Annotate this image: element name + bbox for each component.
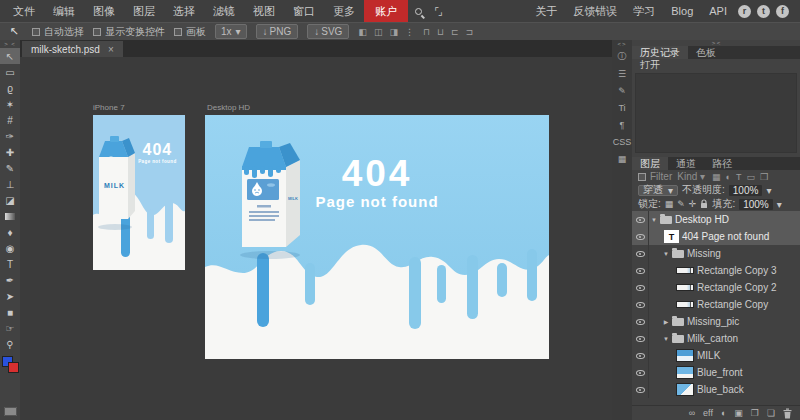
chevron-down-icon[interactable]: ▾ [766, 185, 771, 196]
group-caret-icon[interactable]: ▼ [649, 217, 659, 223]
menu-image[interactable]: 图像 [84, 0, 124, 22]
tool-gradient[interactable] [0, 208, 20, 224]
history-entry-open[interactable]: 打开 [632, 59, 800, 71]
align-bottom-icon[interactable]: ⊔ [437, 27, 444, 37]
layer-row-404-text[interactable]: T 404 Page not found [632, 228, 800, 245]
background-color-swatch[interactable] [8, 362, 19, 373]
tab-paths[interactable]: 路径 [704, 157, 740, 170]
menu-edit[interactable]: 编辑 [44, 0, 84, 22]
layer-mask-icon[interactable]: ▣ [734, 408, 743, 418]
tool-marquee-select[interactable]: ▭ [0, 64, 20, 80]
filter-kind-dropdown[interactable]: Kind ▾ [677, 171, 705, 182]
menu-view[interactable]: 视图 [244, 0, 284, 22]
new-group-icon[interactable]: ❐ [751, 408, 759, 418]
visibility-toggle[interactable] [632, 364, 649, 381]
tool-shape[interactable]: ■ [0, 304, 20, 320]
group-caret-icon[interactable]: ▶ [661, 318, 671, 325]
info-panel-icon[interactable]: ⓘ [618, 48, 627, 65]
filter-adjustment-icon[interactable]: ◐ [726, 172, 731, 182]
distribute-h-icon[interactable]: ⊏ [451, 27, 459, 37]
document-tab[interactable]: milk-sketch.psd × [22, 41, 123, 57]
visibility-toggle[interactable] [632, 262, 649, 279]
menu-report-bug[interactable]: 反馈错误 [565, 0, 625, 22]
artboard-desktop-hd[interactable]: 404 Page not found [205, 115, 549, 359]
menu-about[interactable]: 关于 [527, 0, 565, 22]
artboard-label-iphone7[interactable]: iPhone 7 [93, 103, 125, 112]
artboard-iphone7[interactable]: 404 Page not found [93, 115, 185, 270]
visibility-toggle[interactable] [632, 296, 649, 313]
tool-eraser[interactable]: ◪ [0, 192, 20, 208]
account-button[interactable]: 账户 [364, 0, 408, 22]
image-panel-icon[interactable]: ▦ [618, 150, 627, 167]
layer-row-blue-front[interactable]: Blue_front [632, 364, 800, 381]
lock-position-icon[interactable]: ✛ [689, 199, 697, 209]
menu-layer[interactable]: 图层 [124, 0, 164, 22]
adjustment-layer-icon[interactable]: ◐ [721, 408, 726, 418]
filter-shape-icon[interactable]: ▭ [747, 172, 756, 182]
group-caret-icon[interactable]: ▼ [661, 336, 671, 342]
menu-filter[interactable]: 滤镜 [204, 0, 244, 22]
export-svg-button[interactable]: ↓ SVG [307, 24, 349, 39]
tool-hand[interactable]: ☞ [0, 320, 20, 336]
visibility-toggle[interactable] [632, 313, 649, 330]
align-right-icon[interactable]: ◨ [389, 27, 398, 37]
canvas[interactable]: iPhone 7 404 Page not found [20, 57, 612, 420]
tab-channels[interactable]: 通道 [668, 157, 704, 170]
character-panel-icon[interactable]: Ti [618, 99, 625, 116]
group-caret-icon[interactable]: ▼ [661, 251, 671, 257]
delete-layer-icon[interactable] [783, 408, 792, 419]
filter-type-icon[interactable]: T [736, 172, 742, 182]
visibility-toggle[interactable] [632, 245, 649, 262]
menu-learn[interactable]: 学习 [625, 0, 663, 22]
show-controls-checkbox[interactable]: 显示变换控件 [93, 25, 165, 39]
new-layer-icon[interactable]: ❏ [767, 408, 775, 418]
chevron-down-icon[interactable]: ▾ [777, 199, 782, 210]
visibility-toggle[interactable] [632, 381, 649, 398]
menu-file[interactable]: 文件 [4, 0, 44, 22]
align-center-icon[interactable]: ◫ [374, 27, 383, 37]
visibility-toggle[interactable] [632, 347, 649, 364]
filter-pixel-icon[interactable]: ▦ [712, 172, 721, 182]
tab-layers[interactable]: 图层 [632, 157, 668, 170]
fill-value[interactable]: 100% [739, 199, 773, 210]
filter-smart-icon[interactable]: ❒ [760, 172, 768, 182]
menu-api[interactable]: API [701, 0, 735, 22]
layer-row-rectangle-copy-2[interactable]: Rectangle Copy 2 [632, 279, 800, 296]
layer-row-rectangle-copy[interactable]: Rectangle Copy [632, 296, 800, 313]
facebook-icon[interactable]: f [776, 5, 789, 18]
tool-spot-heal[interactable]: ✚ [0, 144, 20, 160]
color-swatches[interactable] [2, 356, 18, 372]
visibility-toggle[interactable] [632, 279, 649, 296]
tool-move[interactable]: ↖ [0, 48, 20, 64]
artboard-checkbox[interactable]: 画板 [174, 25, 206, 39]
layer-row-blue-back[interactable]: Blue_back [632, 381, 800, 398]
link-layers-icon[interactable]: ∞ [689, 408, 695, 418]
reddit-icon[interactable]: r [738, 5, 751, 18]
tool-path-select[interactable]: ➤ [0, 288, 20, 304]
tool-eyedropper[interactable]: ✑ [0, 128, 20, 144]
tool-crop[interactable]: # [0, 112, 20, 128]
export-scale-dropdown[interactable]: 1x ▾ [215, 24, 247, 39]
visibility-toggle[interactable] [632, 228, 649, 245]
distribute-v-icon[interactable]: ⊐ [466, 27, 474, 37]
twitter-icon[interactable]: t [757, 5, 770, 18]
tool-type[interactable]: T [0, 256, 20, 272]
menu-more[interactable]: 更多 [324, 0, 364, 22]
tool-blur[interactable]: ♦ [0, 224, 20, 240]
lock-all-icon[interactable] [700, 199, 708, 209]
paragraph-panel-icon[interactable]: ¶ [620, 116, 625, 133]
tool-dodge[interactable]: ◉ [0, 240, 20, 256]
menu-blog[interactable]: Blog [663, 0, 701, 22]
opacity-value[interactable]: 100% [729, 185, 763, 196]
align-left-icon[interactable]: ◧ [358, 27, 367, 37]
close-icon[interactable]: × [108, 44, 114, 55]
strip-collapse-control[interactable]: <> [617, 40, 626, 48]
layer-effects-icon[interactable]: eff [703, 408, 713, 418]
tool-brush[interactable]: ✎ [0, 160, 20, 176]
keyboard-shortcuts-icon[interactable] [4, 407, 17, 416]
menu-select[interactable]: 选择 [164, 0, 204, 22]
artboard-label-desktop-hd[interactable]: Desktop HD [207, 103, 250, 112]
tab-swatches[interactable]: 色板 [688, 46, 724, 59]
css-panel-icon[interactable]: CSS [613, 133, 632, 150]
layer-row-rectangle-copy-3[interactable]: Rectangle Copy 3 [632, 262, 800, 279]
